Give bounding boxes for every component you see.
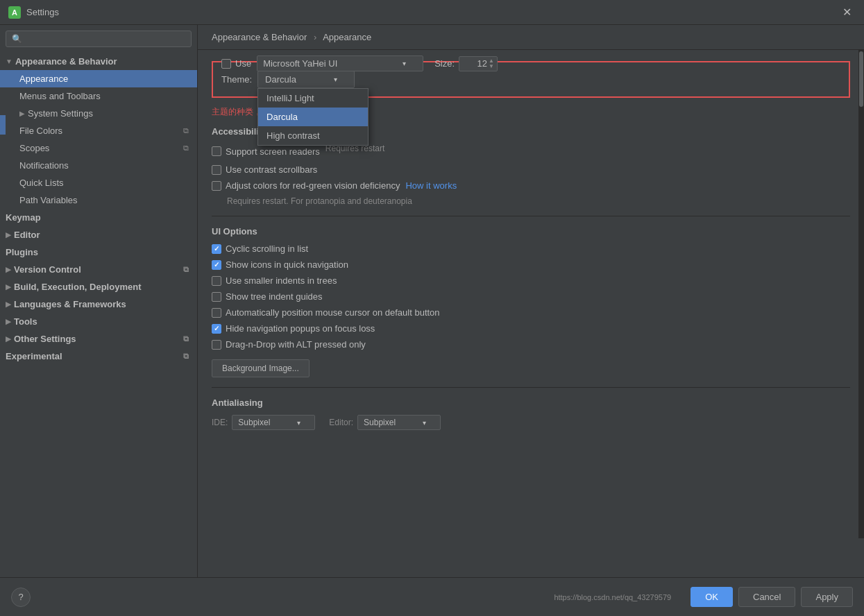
settings-dialog: A Settings ✕ 🔍 ▼ Appearance & Behavior A… [0,0,864,616]
sidebar-item-path-variables[interactable]: Path Variables [0,191,197,209]
font-dropdown-button[interactable]: Microsoft YaHei UI ▾ [257,55,423,71]
chevron-down-icon: ▾ [334,76,337,83]
theme-section: Theme: Darcula ▾ IntelliJ Light [212,61,850,98]
right-panel: Appearance & Behavior › Appearance Theme… [198,25,864,577]
sidebar-item-notifications[interactable]: Notifications [0,157,197,174]
cyclic-scrolling-checkbox[interactable] [212,244,221,254]
help-button[interactable]: ? [11,588,31,607]
use-contrast-scrollbars-label: Use contrast scrollbars [226,164,317,175]
adjust-colors-checkbox[interactable] [212,181,221,191]
close-button[interactable]: ✕ [838,4,856,20]
hide-nav-popups-checkbox[interactable] [212,324,221,334]
theme-option-high-contrast[interactable]: High contrast [258,126,368,145]
sidebar-item-appearance-behavior[interactable]: ▼ Appearance & Behavior [0,53,197,70]
expand-arrow-icon: ▶ [6,231,11,239]
auto-position-cursor-label: Automatically position mouse cursor on d… [226,307,440,318]
sidebar-item-appearance[interactable]: Appearance [0,70,197,87]
expand-arrow-icon: ▶ [19,110,25,117]
sidebar-item-file-colors[interactable]: File Colors ⧉ [0,122,197,139]
main-content: 🔍 ▼ Appearance & Behavior Appearance Men… [0,25,864,577]
theme-option-intellij-light[interactable]: IntelliJ Light [258,89,368,108]
use-font-label: Use [235,58,251,69]
sidebar-item-tools[interactable]: ▶ Tools [0,313,197,330]
antialiasing-row: IDE: Subpixel ▾ Editor: Subpixel ▾ [212,415,850,430]
sidebar-item-scopes[interactable]: Scopes ⧉ [0,139,197,157]
section-divider-2 [212,387,850,388]
smaller-indents-row: Use smaller indents in trees [212,275,850,286]
expand-arrow-icon: ▶ [6,318,11,325]
sidebar-item-menus-toolbars[interactable]: Menus and Toolbars [0,87,197,105]
expand-arrow-icon: ▶ [6,300,11,308]
search-input[interactable] [25,34,185,44]
hide-nav-popups-row: Hide navigation popups on focus loss [212,323,850,334]
editor-antialiasing-dropdown[interactable]: Subpixel ▾ [357,415,441,430]
show-icons-row: Show icons in quick navigation [212,259,850,270]
scrollbar-track[interactable] [858,50,864,538]
sidebar-item-version-control[interactable]: ▶ Version Control ⧉ [0,261,197,278]
cancel-button[interactable]: Cancel [738,587,795,607]
support-screen-readers-checkbox[interactable] [212,146,221,156]
title-bar: A Settings ✕ [0,0,864,25]
how-it-works-link[interactable]: How it works [405,180,457,191]
auto-position-cursor-row: Automatically position mouse cursor on d… [212,307,850,318]
breadcrumb-part2: Appearance [323,32,371,42]
adjust-colors-label: Adjust colors for red-green vision defic… [226,180,400,191]
section-divider [212,216,850,216]
use-contrast-scrollbars-row: Use contrast scrollbars [212,164,850,175]
sidebar-item-quick-lists[interactable]: Quick Lists [0,174,197,191]
cyclic-scrolling-label: Cyclic scrolling in list [226,243,308,254]
expand-arrow-icon: ▼ [6,58,12,65]
sidebar-item-system-settings[interactable]: ▶ System Settings [0,105,197,122]
chevron-down-icon: ▾ [423,419,426,427]
sidebar-item-other-settings[interactable]: ▶ Other Settings ⧉ [0,330,197,348]
expand-arrow-icon: ▶ [6,283,11,291]
sidebar-item-languages-frameworks[interactable]: ▶ Languages & Frameworks [0,296,197,313]
left-indicator [0,115,6,135]
tree-indent-guides-checkbox[interactable] [212,292,221,302]
use-contrast-scrollbars-checkbox[interactable] [212,165,221,175]
size-arrows: ▲ ▼ [489,58,494,69]
sidebar-item-build-exec[interactable]: ▶ Build, Execution, Deployment [0,278,197,296]
copy-icon: ⧉ [183,352,189,361]
sidebar-item-editor[interactable]: ▶ Editor [0,226,197,243]
show-icons-label: Show icons in quick navigation [226,259,348,270]
tree-indent-guides-label: Show tree indent guides [226,291,322,302]
support-screen-readers-label: Support screen readers [226,146,320,157]
theme-label: Theme: [221,74,252,85]
sidebar-item-plugins[interactable]: Plugins [0,243,197,261]
theme-option-darcula[interactable]: Darcula [258,108,368,126]
use-font-checkbox[interactable] [221,59,231,69]
adjust-colors-sub: Requires restart. For protanopia and deu… [227,196,850,206]
footer-url: https://blog.csdn.net/qq_43279579 [36,593,685,601]
panel-content: Theme: Darcula ▾ IntelliJ Light [198,50,864,577]
ok-button[interactable]: OK [691,587,733,607]
drag-drop-alt-checkbox[interactable] [212,340,221,350]
size-label: Size: [434,58,455,69]
theme-dropdown-button[interactable]: Darcula ▾ [257,71,355,88]
cyclic-scrolling-row: Cyclic scrolling in list [212,243,850,254]
expand-arrow-icon: ▶ [6,335,11,343]
search-box[interactable]: 🔍 [6,31,192,47]
smaller-indents-checkbox[interactable] [212,276,221,286]
sidebar-item-keymap[interactable]: Keymap [0,209,197,226]
window-title: Settings [26,7,838,17]
copy-icon: ⧉ [183,265,189,274]
show-icons-checkbox[interactable] [212,260,221,270]
editor-aa-value: Subpixel [364,418,396,427]
apply-button[interactable]: Apply [801,587,853,607]
smaller-indents-label: Use smaller indents in trees [226,275,337,286]
size-input[interactable] [462,58,487,69]
background-image-button[interactable]: Background Image... [212,359,310,377]
ui-options-section-title: UI Options [212,226,850,237]
drag-drop-alt-label: Drag-n-Drop with ALT pressed only [226,339,366,350]
hide-nav-popups-label: Hide navigation popups on focus loss [226,323,375,334]
scrollbar-thumb[interactable] [859,51,863,107]
size-down-icon[interactable]: ▼ [489,64,494,69]
use-font-row: Use Microsoft YaHei UI ▾ Size: ▲ ▼ [221,55,498,71]
ide-antialiasing-dropdown[interactable]: Subpixel ▾ [232,415,315,430]
sidebar-item-experimental[interactable]: Experimental ⧉ [0,348,197,365]
theme-dropdown[interactable]: Darcula ▾ IntelliJ Light Darcula [257,71,355,88]
auto-position-cursor-checkbox[interactable] [212,308,221,318]
chevron-down-icon: ▾ [403,60,406,67]
tree-indent-guides-row: Show tree indent guides [212,291,850,302]
